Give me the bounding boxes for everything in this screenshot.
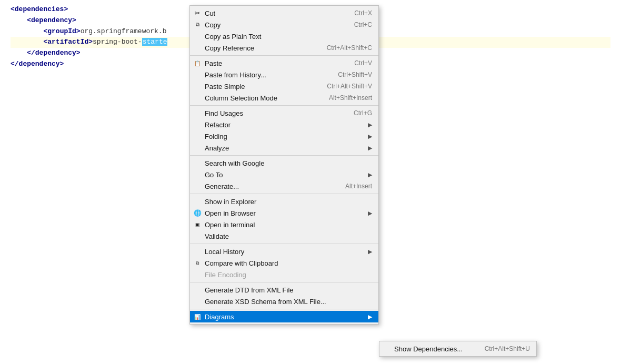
separator-4	[190, 194, 378, 194]
menu-item-analyze[interactable]: Analyze ▶	[190, 142, 378, 154]
menu-item-copy-plain[interactable]: Copy as Plain Text	[190, 31, 378, 42]
shortcut-generate: Alt+Insert	[345, 183, 372, 190]
menu-label-copy: Copy	[205, 21, 344, 29]
menu-item-open-terminal[interactable]: ▣ Open in terminal	[190, 219, 378, 230]
menu-label-compare-clipboard: Compare with Clipboard	[205, 259, 372, 267]
menu-label-generate-dtd: Generate DTD from XML File	[205, 286, 372, 294]
menu-label-local-history: Local History	[205, 248, 365, 256]
menu-item-find-usages[interactable]: Find Usages Ctrl+G	[190, 107, 378, 119]
menu-label-copy-reference: Copy Reference	[205, 44, 316, 52]
submenu-label-show-dependencies: Show Dependencies...	[394, 345, 474, 353]
menu-item-copy[interactable]: ⧉ Copy Ctrl+C	[190, 19, 378, 31]
menu-item-paste-history[interactable]: Paste from History... Ctrl+Shift+V	[190, 69, 378, 80]
menu-label-open-terminal: Open in terminal	[205, 221, 372, 229]
menu-item-local-history[interactable]: Local History ▶	[190, 246, 378, 257]
diagrams-submenu: Show Dependencies... Ctrl+Alt+Shift+U	[379, 341, 537, 357]
menu-label-search-google: Search with Google	[205, 159, 372, 167]
menu-item-paste[interactable]: 📋 Paste Ctrl+V	[190, 57, 378, 69]
menu-item-copy-reference[interactable]: Copy Reference Ctrl+Alt+Shift+C	[190, 42, 378, 54]
menu-item-generate[interactable]: Generate... Alt+Insert	[190, 180, 378, 192]
shortcut-column-selection: Alt+Shift+Insert	[329, 94, 372, 102]
shortcut-paste: Ctrl+V	[354, 59, 372, 67]
menu-label-refactor: Refactor	[205, 121, 365, 129]
shortcut-paste-simple: Ctrl+Alt+Shift+V	[327, 83, 372, 90]
separator-5	[190, 244, 378, 244]
context-menu: ✂ Cut Ctrl+X ⧉ Copy Ctrl+C Copy as Plain…	[189, 5, 379, 325]
shortcut-cut: Ctrl+X	[354, 9, 372, 17]
separator-6	[190, 282, 378, 282]
separator-1	[190, 55, 378, 56]
separator-7	[190, 309, 378, 309]
menu-label-generate-xsd: Generate XSD Schema from XML File...	[205, 298, 372, 306]
submenu-shortcut-show-dependencies: Ctrl+Alt+Shift+U	[485, 345, 530, 352]
shortcut-copy: Ctrl+C	[354, 21, 372, 28]
menu-item-diagrams[interactable]: 📊 Diagrams ▶	[190, 311, 378, 322]
menu-item-cut[interactable]: ✂ Cut Ctrl+X	[190, 7, 378, 19]
cut-icon: ✂	[193, 9, 202, 17]
menu-label-column-selection: Column Selection Mode	[205, 94, 318, 102]
menu-label-cut: Cut	[205, 9, 344, 17]
shortcut-paste-history: Ctrl+Shift+V	[338, 71, 372, 78]
menu-label-go-to: Go To	[205, 171, 365, 179]
menu-label-paste-history: Paste from History...	[205, 71, 327, 79]
arrow-icon-folding: ▶	[368, 133, 372, 140]
paste-icon: 📋	[193, 59, 202, 67]
menu-label-open-browser: Open in Browser	[205, 209, 365, 217]
arrow-icon-go-to: ▶	[368, 171, 372, 178]
menu-label-file-encoding: File Encoding	[205, 271, 372, 279]
menu-item-validate[interactable]: Validate	[190, 230, 378, 242]
menu-label-validate: Validate	[205, 232, 372, 240]
menu-item-folding[interactable]: Folding ▶	[190, 130, 378, 142]
menu-label-folding: Folding	[205, 133, 365, 140]
arrow-icon-browser: ▶	[368, 210, 372, 217]
compare-icon: ⧉	[193, 259, 202, 267]
separator-3	[190, 155, 378, 156]
browser-icon: 🌐	[193, 209, 202, 217]
shortcut-find-usages: Ctrl+G	[354, 109, 372, 117]
menu-item-paste-simple[interactable]: Paste Simple Ctrl+Alt+Shift+V	[190, 80, 378, 92]
menu-label-analyze: Analyze	[205, 144, 365, 152]
menu-item-file-encoding: File Encoding	[190, 269, 378, 280]
arrow-icon-local-history: ▶	[368, 248, 372, 255]
arrow-icon-diagrams: ▶	[368, 314, 372, 320]
arrow-icon-analyze: ▶	[368, 145, 372, 151]
copy-icon: ⧉	[193, 21, 202, 29]
menu-label-paste-simple: Paste Simple	[205, 83, 316, 90]
menu-item-show-explorer[interactable]: Show in Explorer	[190, 196, 378, 207]
menu-item-go-to[interactable]: Go To ▶	[190, 169, 378, 180]
menu-label-show-explorer: Show in Explorer	[205, 198, 372, 206]
menu-label-generate: Generate...	[205, 183, 335, 190]
terminal-icon: ▣	[193, 220, 202, 229]
separator-2	[190, 105, 378, 106]
shortcut-copy-reference: Ctrl+Alt+Shift+C	[327, 44, 372, 52]
menu-label-diagrams: Diagrams	[205, 313, 365, 321]
menu-label-copy-plain: Copy as Plain Text	[205, 33, 372, 41]
menu-label-find-usages: Find Usages	[205, 109, 343, 117]
submenu-item-show-dependencies[interactable]: Show Dependencies... Ctrl+Alt+Shift+U	[379, 343, 536, 355]
menu-item-generate-xsd[interactable]: Generate XSD Schema from XML File...	[190, 296, 378, 307]
diagrams-icon: 📊	[193, 312, 202, 321]
menu-item-refactor[interactable]: Refactor ▶	[190, 119, 378, 130]
menu-label-paste: Paste	[205, 59, 344, 67]
menu-item-column-selection[interactable]: Column Selection Mode Alt+Shift+Insert	[190, 92, 378, 104]
menu-item-generate-dtd[interactable]: Generate DTD from XML File	[190, 284, 378, 296]
menu-item-search-google[interactable]: Search with Google	[190, 157, 378, 169]
menu-item-compare-clipboard[interactable]: ⧉ Compare with Clipboard	[190, 257, 378, 269]
menu-item-open-browser[interactable]: 🌐 Open in Browser ▶	[190, 207, 378, 219]
arrow-icon-refactor: ▶	[368, 122, 372, 128]
